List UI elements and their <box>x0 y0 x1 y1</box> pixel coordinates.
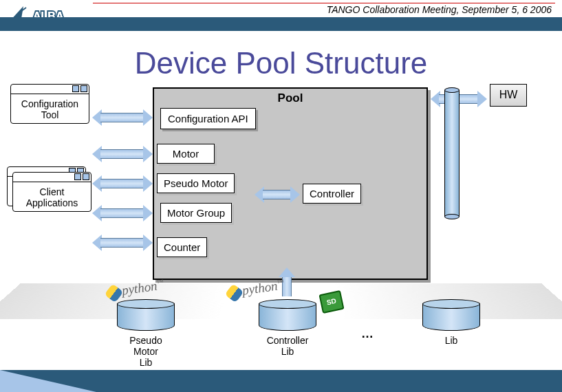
config-tool-window: Configuration Tool <box>10 84 89 124</box>
arrow-to-controller <box>255 186 300 203</box>
controller-box: Controller <box>303 184 361 204</box>
config-api-box: Configuration API <box>160 108 256 129</box>
slide-header: ALBA ALBA TANGO Collaboration Meeting, S… <box>0 0 562 31</box>
arrow-motorgrp <box>92 205 153 221</box>
ellipsis: … <box>361 327 374 341</box>
window-titlebar <box>11 85 89 94</box>
arrow-motor <box>92 146 153 162</box>
slide-footer <box>0 370 562 392</box>
header-bar <box>0 17 562 31</box>
arrow-pseudo <box>92 175 153 192</box>
header-rule <box>93 3 555 3</box>
pseudo-lib-label: Pseudo Motor Lib <box>117 335 175 368</box>
client-apps-label: Client Applications <box>13 182 91 213</box>
arrow-counter <box>92 235 153 251</box>
generic-lib-cylinder: Lib <box>422 299 480 331</box>
controller-lib-label: Controller Lib <box>259 335 316 357</box>
hw-box: HW <box>490 84 527 107</box>
window-titlebar <box>13 173 91 182</box>
motor-box: Motor <box>157 144 215 164</box>
hw-column <box>444 87 460 219</box>
arrow-config <box>92 109 153 126</box>
motor-group-box: Motor Group <box>160 203 232 223</box>
slide-title: Device Pool Structure <box>0 46 562 80</box>
footer-accent <box>0 370 96 392</box>
generic-lib-label: Lib <box>422 335 480 346</box>
config-tool-label: Configuration Tool <box>11 94 89 124</box>
meeting-info: TANGO Collaboration Meeting, September 5… <box>327 4 552 15</box>
pseudo-motor-box: Pseudo Motor <box>157 173 235 193</box>
counter-box: Counter <box>157 237 207 257</box>
pseudo-motor-lib-cylinder: Pseudo Motor Lib <box>117 299 175 331</box>
client-apps-window: Client Applications <box>12 172 91 212</box>
controller-lib-cylinder: Controller Lib <box>259 299 316 331</box>
diagram-canvas: Pool Configuration API Motor Pseudo Moto… <box>0 87 562 362</box>
pool-label: Pool <box>154 91 426 105</box>
